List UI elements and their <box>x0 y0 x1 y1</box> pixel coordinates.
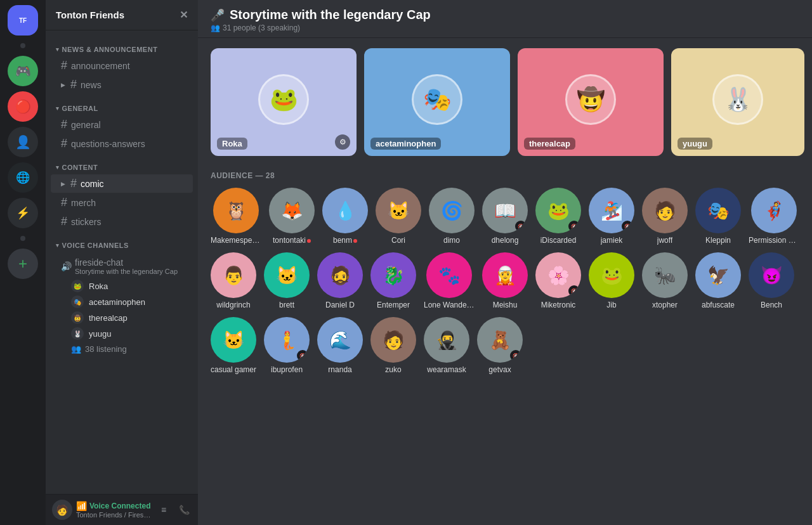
audience-member[interactable]: 🌀dimo <box>429 188 475 245</box>
add-server-button[interactable]: + <box>8 249 38 279</box>
category-news-announcement[interactable]: ▾ NEWS & ANNOUNCEMENT <box>46 36 198 56</box>
category-voice-channels[interactable]: ▾ VOICE CHANNELS <box>46 231 198 252</box>
audience-member[interactable]: 🦊tontontaki <box>269 188 315 245</box>
category-content[interactable]: ▾ CONTENT <box>46 153 198 174</box>
server-icon-active[interactable]: TF <box>8 5 38 36</box>
speaker-card-acetaminophen[interactable]: 🎭 acetaminophen <box>364 48 510 156</box>
speaker-avatar-yuugu: 🐰 <box>712 74 763 125</box>
mute-indicator: 🔇 <box>568 221 580 232</box>
category-arrow: ▾ <box>56 164 60 171</box>
audience-member[interactable]: 🐾Lone Wanderer <box>424 252 475 309</box>
channel-comic[interactable]: ▶ # comic <box>51 174 193 193</box>
audience-member[interactable]: 😈Bench <box>749 252 794 309</box>
server-name-header[interactable]: Tonton Friends ✕ <box>46 0 198 30</box>
channel-general[interactable]: # general <box>51 115 193 134</box>
audience-member[interactable]: 🐱Cori <box>376 188 421 245</box>
audience-name-label: wildgrinch <box>216 301 250 309</box>
speaker-card-therealcap[interactable]: 🤠 therealcap <box>518 48 664 156</box>
channel-news[interactable]: ▶ # news <box>51 75 193 94</box>
voice-user-acetaminophen[interactable]: 🎭 acetaminophen <box>51 294 193 309</box>
audience-avatar: 🥷 <box>424 317 469 363</box>
voice-channel-subtitle: Storytime with the legendary Cap <box>75 268 178 275</box>
audience-name-label: Meishu <box>493 301 518 309</box>
disconnect-button[interactable]: 📞 <box>175 501 193 519</box>
voice-user-roka[interactable]: 🐸 Roka <box>51 278 193 294</box>
audience-member[interactable]: 🎭Kleppin <box>695 188 741 245</box>
audience-name-label: tontontaki <box>273 236 311 245</box>
audience-name-label: jwoff <box>657 236 672 245</box>
audience-member[interactable]: 🌊rnanda <box>317 317 363 374</box>
audience-avatar: 🦊 <box>269 188 315 233</box>
audience-member[interactable]: 🧜🔇ibuprofen <box>264 317 310 374</box>
speaker-avatar-roka: 🐸 <box>258 74 309 125</box>
audience-member[interactable]: 🌸🔇Miketronic <box>535 252 581 309</box>
server-icon-3[interactable]: 🔴 <box>8 91 38 122</box>
speaker-card-roka[interactable]: 🐸 Roka ⚙ <box>211 48 357 156</box>
channel-announcement[interactable]: # announcement <box>51 56 193 75</box>
voice-channel-name[interactable]: 🔊 fireside-chat Storytime with the legen… <box>51 255 193 278</box>
audience-avatar: 🦸 <box>751 188 797 233</box>
stage-title: 🎤 Storytime with the legendary Cap <box>211 8 799 22</box>
channel-label: announcement <box>71 61 130 71</box>
audience-member[interactable]: 🐉Entemper <box>370 252 416 309</box>
audience-member[interactable]: 🧑zuko <box>370 317 416 374</box>
audience-avatar: 💧 <box>322 188 368 233</box>
hash-icon: # <box>61 215 67 228</box>
channel-label: merch <box>71 198 96 208</box>
channel-questions-answers[interactable]: # questions-answers <box>51 134 193 153</box>
audience-avatar: 🐱 <box>264 252 310 298</box>
server-icon-4[interactable]: 👤 <box>8 127 38 157</box>
speaker-name-yuugu: yuugu <box>678 138 712 150</box>
audience-member[interactable]: 🐸Jib <box>589 252 634 309</box>
voice-user-yuugu[interactable]: 🐰 yuugu <box>51 326 193 341</box>
audience-member[interactable]: 👨wildgrinch <box>211 252 256 309</box>
audience-member[interactable]: 🦉Makemespeakrr <box>211 188 261 245</box>
speaker-card-yuugu[interactable]: 🐰 yuugu <box>671 48 804 156</box>
audience-member[interactable]: 🧸🔇getvax <box>477 317 523 374</box>
audience-name-label: brett <box>279 301 294 309</box>
audience-member[interactable]: 🏂🔇jamiek <box>589 188 634 245</box>
voice-user-therealcap[interactable]: 🤠 therealcap <box>51 310 193 325</box>
audience-member[interactable]: 🧔Daniel D <box>317 252 363 309</box>
channel-label: general <box>71 120 101 130</box>
channel-merch[interactable]: # merch <box>51 193 193 212</box>
server-icon-6[interactable]: ⚡ <box>8 198 38 228</box>
voice-status-label: Voice Connected <box>89 502 150 510</box>
server-icon-5[interactable]: 🌐 <box>8 162 38 193</box>
audience-member[interactable]: 🐸🔇iDiscarded <box>535 188 581 245</box>
mute-button[interactable]: ≡ <box>155 501 173 519</box>
audience-avatar: 🎭 <box>695 188 741 233</box>
audience-avatar: 🦅 <box>695 252 741 298</box>
audience-member[interactable]: 🐜xtopher <box>642 252 688 309</box>
audience-member[interactable]: 🐱brett <box>264 252 310 309</box>
server-icon-2[interactable]: 🎮 <box>8 56 38 86</box>
audience-avatar: 🧸🔇 <box>477 317 523 363</box>
server-divider <box>20 43 25 48</box>
category-general[interactable]: ▾ GENERAL <box>46 94 198 115</box>
audience-avatar: 🐾 <box>426 252 472 298</box>
audience-member[interactable]: 📖🔇dhelong <box>482 188 528 245</box>
voice-channel-label: fireside-chat <box>75 257 178 268</box>
audience-member[interactable]: 🧑jwoff <box>642 188 688 245</box>
settings-icon-roka[interactable]: ⚙ <box>335 134 350 150</box>
channel-list: ▾ NEWS & ANNOUNCEMENT # announcement ▶ #… <box>46 30 198 494</box>
audience-member[interactable]: 🐱casual gamer <box>211 317 256 374</box>
audience-member[interactable]: 💧benm <box>322 188 368 245</box>
audience-avatar: 🌀 <box>429 188 475 233</box>
speaker-name-acetaminophen: acetaminophen <box>370 138 441 150</box>
audience-member[interactable]: 🧝Meishu <box>482 252 528 309</box>
audience-member[interactable]: 🦅abfuscate <box>695 252 741 309</box>
audience-name-label: Cori <box>391 236 405 245</box>
voice-user-avatar: 🎭 <box>71 295 84 308</box>
hash-icon: # <box>61 59 67 72</box>
channel-stickers[interactable]: # stickers <box>51 212 193 231</box>
channel-label: comic <box>81 179 104 189</box>
stage-header: 🎤 Storytime with the legendary Cap 👥 31 … <box>198 0 812 38</box>
hash-icon: # <box>61 137 67 150</box>
audience-member[interactable]: 🥷wearamask <box>424 317 469 374</box>
speakers-row: 🐸 Roka ⚙ 🎭 acetaminophen 🤠 therealcap 🐰 … <box>211 48 799 156</box>
channel-sidebar: Tonton Friends ✕ ▾ NEWS & ANNOUNCEMENT #… <box>46 0 198 525</box>
audience-member[interactable]: 🦸Permission Man <box>749 188 799 245</box>
hash-icon: # <box>61 196 67 209</box>
audience-grid: 🦉Makemespeakrr🦊tontontaki💧benm🐱Cori🌀dimo… <box>211 188 799 374</box>
